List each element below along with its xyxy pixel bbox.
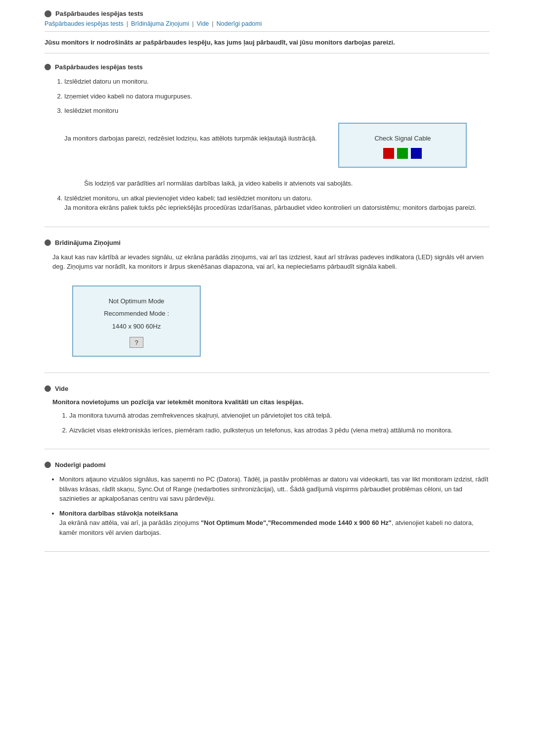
monitor-box-2: Not Optimum Mode Recommended Mode : 1440… [72, 285, 201, 357]
vide-list: Ja monitora tuvumā atrodas zemfrekvences… [69, 411, 490, 435]
step-2: Izņemiet video kabeli no datora mugurpus… [64, 92, 490, 101]
section-tips-header: Noderīgi padomi [44, 461, 490, 469]
not-optimum-line1: Not Optimum Mode [109, 296, 165, 306]
tip-item-2-label: Monitora darbības stāvokļa noteikšana [59, 510, 178, 517]
section-self-test-title: Pašpārbaudes iespējas tests [55, 63, 143, 71]
nav-link-self-test[interactable]: Pašpārbaudes iespējas tests [44, 20, 124, 27]
vide-item-1: Ja monitora tuvumā atrodas zemfrekvences… [69, 411, 490, 421]
section-tips-icon [44, 462, 51, 468]
section-self-test-icon [44, 64, 51, 70]
section-vide-title: Vide [55, 385, 68, 392]
section-tips: Noderīgi padomi Monitors atjauno vizuālo… [44, 461, 490, 552]
red-square [383, 148, 394, 159]
tip-item-2-bold: "Not Optimum Mode","Recommended mode 144… [201, 519, 392, 526]
section-warnings-header: Brīdinājuma Ziņojumi [44, 239, 490, 246]
nav-sep-3: | [212, 20, 214, 27]
check-signal-text: Check Signal Cable [374, 134, 431, 143]
section-tips-title: Noderīgi padomi [55, 461, 106, 469]
monitor-illustration-1: Check Signal Cable [338, 123, 467, 168]
section-warnings-icon [44, 239, 51, 246]
tip-item-2-text1: Ja ekrānā nav attēla, vai arī, ja parādā… [59, 519, 474, 536]
step-1: Izslēdziet datoru un monitoru. [64, 77, 490, 87]
question-button[interactable]: ? [130, 337, 143, 348]
color-squares [383, 148, 422, 159]
monitor-illustration-2: Not Optimum Mode Recommended Mode : 1440… [72, 285, 201, 357]
step-4: Izslēdziet monitoru, un atkal pievienoji… [64, 193, 490, 213]
nav-link-vide[interactable]: Vide [197, 20, 209, 27]
section-self-test-header: Pašpārbaudes iespējas tests [44, 63, 490, 71]
step-4-sub: Ja monitora ekrāns paliek tukšs pēc iepr… [64, 204, 476, 211]
self-test-steps: Izslēdziet datoru un monitoru. Izņemiet … [64, 77, 490, 213]
warnings-body-text: Ja kaut kas nav kārtībā ar ievades signā… [52, 252, 490, 364]
monitor-box-1: Check Signal Cable [338, 123, 467, 168]
vide-item-2: Aizvāciet visas elektroniskās ierīces, p… [69, 425, 490, 435]
not-optimum-line3: 1440 x 900 60Hz [112, 322, 161, 331]
green-square [397, 148, 408, 159]
section-self-test: Pašpārbaudes iespējas tests Izslēdziet d… [44, 63, 490, 227]
section-warnings-title: Brīdinājuma Ziņojumi [55, 239, 121, 246]
tips-list: Monitors atjauno vizuālos signālus, kas … [59, 474, 490, 537]
not-optimum-line2: Recommended Mode : [104, 309, 169, 319]
intro-text: Jūsu monitors ir nodrošināts ar pašpārba… [44, 39, 490, 53]
tip-item-2: Monitora darbības stāvokļa noteikšana Ja… [59, 509, 490, 538]
vide-intro: Monitora novietojums un pozīcija var iet… [52, 398, 490, 406]
nav-link-tips[interactable]: Noderīgi padomi [217, 20, 262, 27]
step-3: Ieslēdziet monitoru Ja monitors darbojas… [64, 106, 490, 189]
nav-sep-1: | [127, 20, 128, 27]
nav-link-warnings[interactable]: Brīdinājuma Ziņojumi [131, 20, 189, 27]
step-3-note: Šis lodziņš var parādīties arī normālas … [84, 179, 490, 189]
section-warnings: Brīdinājuma Ziņojumi Ja kaut kas nav kār… [44, 239, 490, 374]
page-title: Pašpārbaudes iespējas tests [55, 10, 143, 17]
blue-square [411, 148, 422, 159]
tip-item-1: Monitors atjauno vizuālos signālus, kas … [59, 474, 490, 504]
section-vide-icon [44, 385, 51, 392]
page-header: Pašpārbaudes iespējas tests [44, 10, 490, 17]
nav-bar: Pašpārbaudes iespējas tests | Brīdinājum… [44, 20, 490, 32]
header-bullet-icon [44, 10, 51, 17]
section-vide-header: Vide [44, 385, 490, 392]
step-3-sub: Ja monitors darbojas pareizi, redzēsiet … [64, 135, 317, 142]
section-vide: Vide Monitora novietojums un pozīcija va… [44, 385, 490, 449]
nav-sep-2: | [192, 20, 194, 27]
